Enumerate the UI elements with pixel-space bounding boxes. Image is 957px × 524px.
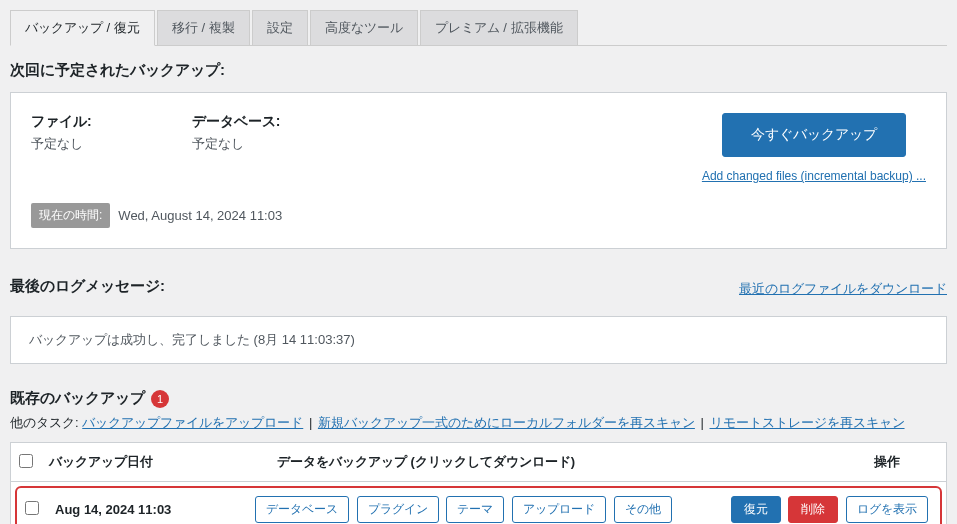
- restore-button[interactable]: 復元: [731, 496, 781, 523]
- download-plugins-button[interactable]: プラグイン: [357, 496, 439, 523]
- backup-now-button[interactable]: 今すぐバックアップ: [722, 113, 906, 157]
- next-scheduled-title: 次回に予定されたバックアップ:: [10, 61, 947, 80]
- col-data: データをバックアップ (クリックしてダウンロード): [269, 443, 866, 482]
- existing-count-badge: 1: [151, 390, 169, 408]
- rescan-local-link[interactable]: 新規バックアップ一式のためにローカルフォルダーを再スキャン: [318, 415, 695, 430]
- log-title: 最後のログメッセージ:: [10, 277, 165, 296]
- current-time-value: Wed, August 14, 2024 11:03: [118, 208, 282, 223]
- download-uploads-button[interactable]: アップロード: [512, 496, 606, 523]
- incremental-backup-link[interactable]: Add changed files (incremental backup) .…: [702, 169, 926, 183]
- backups-table: バックアップ日付 データをバックアップ (クリックしてダウンロード) 操作 Au…: [10, 442, 947, 524]
- files-value: 予定なし: [31, 135, 92, 153]
- download-others-button[interactable]: その他: [614, 496, 672, 523]
- row-checkbox[interactable]: [25, 501, 39, 515]
- files-label: ファイル:: [31, 113, 92, 131]
- database-value: 予定なし: [192, 135, 281, 153]
- col-date: バックアップ日付: [41, 443, 269, 482]
- rescan-remote-link[interactable]: リモートストレージを再スキャン: [710, 415, 905, 430]
- tab-premium[interactable]: プレミアム / 拡張機能: [420, 10, 578, 45]
- backup-date: Aug 14, 2024 11:03: [55, 502, 255, 517]
- tab-bar: バックアップ / 復元 移行 / 複製 設定 高度なツール プレミアム / 拡張…: [10, 10, 947, 46]
- tab-settings[interactable]: 設定: [252, 10, 308, 45]
- download-themes-button[interactable]: テーマ: [446, 496, 504, 523]
- select-all-checkbox[interactable]: [19, 454, 33, 468]
- tab-advanced[interactable]: 高度なツール: [310, 10, 418, 45]
- download-log-link[interactable]: 最近のログファイルをダウンロード: [739, 280, 947, 298]
- existing-backups-title: 既存のバックアップ: [10, 389, 145, 408]
- current-time-label: 現在の時間:: [31, 203, 110, 228]
- upload-backup-link[interactable]: バックアップファイルをアップロード: [82, 415, 303, 430]
- other-tasks-label: 他のタスク:: [10, 415, 79, 430]
- next-scheduled-panel: ファイル: 予定なし データベース: 予定なし 今すぐバックアップ Add ch…: [10, 92, 947, 249]
- delete-button[interactable]: 削除: [788, 496, 838, 523]
- database-label: データベース:: [192, 113, 281, 131]
- log-message: バックアップは成功し、完了しました (8月 14 11:03:37): [10, 316, 947, 364]
- tab-backup-restore[interactable]: バックアップ / 復元: [10, 10, 155, 46]
- download-database-button[interactable]: データベース: [255, 496, 349, 523]
- col-actions: 操作: [866, 443, 947, 482]
- view-log-button[interactable]: ログを表示: [846, 496, 928, 523]
- tab-migrate[interactable]: 移行 / 複製: [157, 10, 250, 45]
